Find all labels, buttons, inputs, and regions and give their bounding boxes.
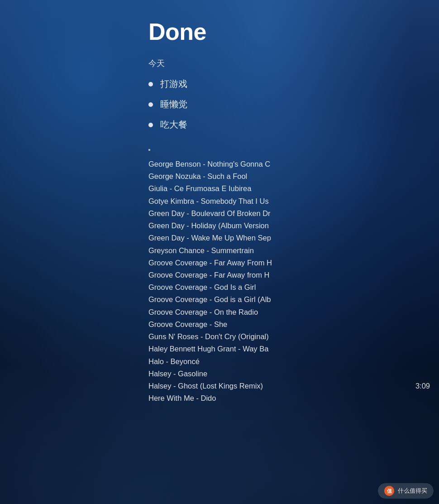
- music-title: Here With Me - Dido: [148, 392, 216, 404]
- music-title: Groove Coverage - On the Radio: [148, 306, 258, 318]
- music-item[interactable]: Groove Coverage - On the Radio: [148, 306, 439, 318]
- task-label: 打游戏: [160, 78, 187, 90]
- watermark-text: 什么值得买: [398, 487, 427, 495]
- music-duration: 3:09: [415, 380, 430, 392]
- task-item: 打游戏: [148, 78, 439, 90]
- page-title: Done: [148, 18, 439, 45]
- main-content: Done 今天 打游戏 睡懒觉 吃大餐 George Benson - Noth…: [0, 0, 439, 404]
- task-item: 睡懒觉: [148, 98, 439, 110]
- music-item[interactable]: George Nozuka - Such a Fool: [148, 170, 439, 182]
- music-title: George Benson - Nothing's Gonna C: [148, 158, 270, 170]
- music-title: Groove Coverage - God Is a Girl: [148, 281, 256, 293]
- music-title: Green Day - Holiday (Album Version: [148, 220, 269, 232]
- music-title: Groove Coverage - She: [148, 318, 227, 331]
- music-item[interactable]: Halsey - Ghost (Lost Kings Remix) 3:09: [148, 380, 439, 392]
- task-list: 打游戏 睡懒觉 吃大餐: [148, 78, 439, 131]
- music-item[interactable]: Green Day - Boulevard Of Broken Dr: [148, 207, 439, 220]
- music-title: Halo - Beyoncé: [148, 355, 200, 368]
- music-item[interactable]: Groove Coverage - Far Away From H: [148, 257, 439, 269]
- task-label: 睡懒觉: [160, 98, 187, 110]
- music-item[interactable]: Here With Me - Dido: [148, 392, 439, 404]
- music-item[interactable]: Guns N' Roses - Don't Cry (Original): [148, 331, 439, 343]
- music-item[interactable]: George Benson - Nothing's Gonna C: [148, 158, 439, 170]
- music-item[interactable]: Giulia - Ce Frumoasa E Iubirea: [148, 182, 439, 195]
- music-title: Green Day - Boulevard Of Broken Dr: [148, 207, 271, 220]
- task-bullet: [148, 123, 153, 127]
- music-title: Groove Coverage - Far Away From H: [148, 257, 272, 269]
- music-item[interactable]: Green Day - Holiday (Album Version: [148, 220, 439, 232]
- music-item[interactable]: Groove Coverage - God is a Girl (Alb: [148, 293, 439, 306]
- music-title: Groove Coverage - Far Away from H: [148, 269, 269, 281]
- music-item[interactable]: Groove Coverage - God Is a Girl: [148, 281, 439, 293]
- music-title: George Nozuka - Such a Fool: [148, 170, 247, 182]
- task-item: 吃大餐: [148, 119, 439, 131]
- music-item[interactable]: Green Day - Wake Me Up When Sep: [148, 232, 439, 244]
- music-item[interactable]: Halo - Beyoncé: [148, 355, 439, 368]
- music-item[interactable]: Greyson Chance - Summertrain: [148, 245, 439, 257]
- music-title: Haley Bennett Hugh Grant - Way Ba: [148, 343, 268, 355]
- music-title: Gotye Kimbra - Somebody That I Us: [148, 195, 269, 207]
- task-bullet: [148, 82, 153, 86]
- music-item[interactable]: Halsey - Gasoline: [148, 368, 439, 380]
- section-header: 今天: [148, 58, 439, 69]
- music-title: Green Day - Wake Me Up When Sep: [148, 232, 271, 244]
- task-label: 吃大餐: [160, 119, 187, 131]
- music-title: Guns N' Roses - Don't Cry (Original): [148, 331, 269, 343]
- music-title: Groove Coverage - God is a Girl (Alb: [148, 293, 271, 306]
- music-title: Giulia - Ce Frumoasa E Iubirea: [148, 182, 251, 195]
- music-title: Halsey - Gasoline: [148, 368, 207, 380]
- music-title: Greyson Chance - Summertrain: [148, 245, 254, 257]
- music-title: Halsey - Ghost (Lost Kings Remix): [148, 380, 263, 392]
- music-item[interactable]: Groove Coverage - Far Away from H: [148, 269, 439, 281]
- music-item[interactable]: Groove Coverage - She: [148, 318, 439, 331]
- small-indicator: [148, 149, 150, 151]
- task-bullet: [148, 102, 153, 107]
- music-list: George Benson - Nothing's Gonna CGeorge …: [148, 158, 439, 404]
- watermark: 值 什么值得买: [378, 483, 434, 499]
- music-item[interactable]: Haley Bennett Hugh Grant - Way Ba: [148, 343, 439, 355]
- watermark-icon: 值: [384, 486, 394, 496]
- music-item[interactable]: Gotye Kimbra - Somebody That I Us: [148, 195, 439, 207]
